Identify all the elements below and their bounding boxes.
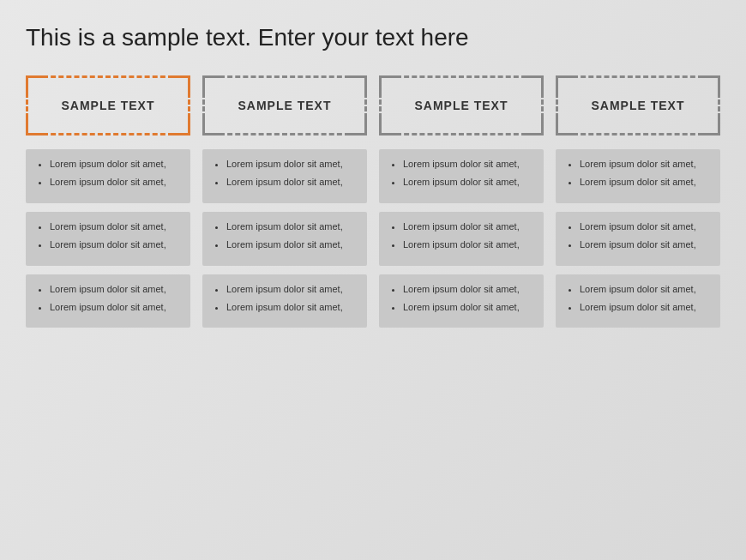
- cell-1-2: Lorem ipsum dolor sit amet,Lorem ipsum d…: [379, 212, 544, 266]
- cell-1-3: Lorem ipsum dolor sit amet,Lorem ipsum d…: [556, 212, 720, 266]
- list-item: Lorem ipsum dolor sit amet,: [226, 220, 357, 233]
- cell-2-1: Lorem ipsum dolor sit amet,Lorem ipsum d…: [202, 274, 367, 328]
- cell-1-1: Lorem ipsum dolor sit amet,Lorem ipsum d…: [202, 212, 367, 266]
- cell-2-2: Lorem ipsum dolor sit amet,Lorem ipsum d…: [379, 274, 544, 328]
- list-item: Lorem ipsum dolor sit amet,: [580, 301, 710, 314]
- list-item: Lorem ipsum dolor sit amet,: [403, 220, 533, 233]
- list-item: Lorem ipsum dolor sit amet,: [50, 283, 180, 296]
- list-item: Lorem ipsum dolor sit amet,: [50, 176, 180, 189]
- cell-0-1: Lorem ipsum dolor sit amet,Lorem ipsum d…: [202, 149, 367, 203]
- list-item: Lorem ipsum dolor sit amet,: [403, 158, 533, 171]
- col-header-text-3: SAMPLE TEXT: [591, 99, 684, 112]
- list-item: Lorem ipsum dolor sit amet,: [580, 220, 710, 233]
- list-item: Lorem ipsum dolor sit amet,: [403, 283, 533, 296]
- data-row-2: Lorem ipsum dolor sit amet,Lorem ipsum d…: [26, 274, 720, 328]
- col-header-0: SAMPLE TEXT: [26, 75, 190, 141]
- list-item: Lorem ipsum dolor sit amet,: [50, 158, 180, 171]
- page: This is a sample text. Enter your text h…: [0, 0, 746, 560]
- col-header-text-2: SAMPLE TEXT: [414, 99, 508, 112]
- list-item: Lorem ipsum dolor sit amet,: [226, 238, 357, 251]
- cell-1-0: Lorem ipsum dolor sit amet,Lorem ipsum d…: [26, 212, 190, 266]
- headers-row: SAMPLE TEXTSAMPLE TEXTSAMPLE TEXTSAMPLE …: [26, 75, 720, 141]
- cell-2-3: Lorem ipsum dolor sit amet,Lorem ipsum d…: [556, 274, 720, 328]
- col-header-3: SAMPLE TEXT: [556, 75, 720, 141]
- data-row-1: Lorem ipsum dolor sit amet,Lorem ipsum d…: [26, 212, 720, 266]
- list-item: Lorem ipsum dolor sit amet,: [580, 238, 710, 251]
- cell-0-2: Lorem ipsum dolor sit amet,Lorem ipsum d…: [379, 149, 544, 203]
- list-item: Lorem ipsum dolor sit amet,: [403, 238, 533, 251]
- list-item: Lorem ipsum dolor sit amet,: [50, 220, 180, 233]
- cell-0-3: Lorem ipsum dolor sit amet,Lorem ipsum d…: [556, 149, 720, 203]
- list-item: Lorem ipsum dolor sit amet,: [226, 283, 357, 296]
- col-header-text-0: SAMPLE TEXT: [61, 99, 154, 112]
- data-row-0: Lorem ipsum dolor sit amet,Lorem ipsum d…: [26, 149, 720, 203]
- list-item: Lorem ipsum dolor sit amet,: [50, 301, 180, 314]
- col-header-1: SAMPLE TEXT: [202, 75, 367, 141]
- list-item: Lorem ipsum dolor sit amet,: [50, 238, 180, 251]
- list-item: Lorem ipsum dolor sit amet,: [226, 158, 357, 171]
- list-item: Lorem ipsum dolor sit amet,: [403, 301, 533, 314]
- list-item: Lorem ipsum dolor sit amet,: [580, 176, 710, 189]
- main-title: This is a sample text. Enter your text h…: [26, 24, 720, 51]
- list-item: Lorem ipsum dolor sit amet,: [403, 176, 533, 189]
- col-header-2: SAMPLE TEXT: [379, 75, 544, 141]
- list-item: Lorem ipsum dolor sit amet,: [580, 158, 710, 171]
- list-item: Lorem ipsum dolor sit amet,: [580, 283, 710, 296]
- list-item: Lorem ipsum dolor sit amet,: [226, 301, 357, 314]
- list-item: Lorem ipsum dolor sit amet,: [226, 176, 357, 189]
- cell-2-0: Lorem ipsum dolor sit amet,Lorem ipsum d…: [26, 274, 190, 328]
- col-header-text-1: SAMPLE TEXT: [238, 99, 331, 112]
- cell-0-0: Lorem ipsum dolor sit amet,Lorem ipsum d…: [26, 149, 190, 203]
